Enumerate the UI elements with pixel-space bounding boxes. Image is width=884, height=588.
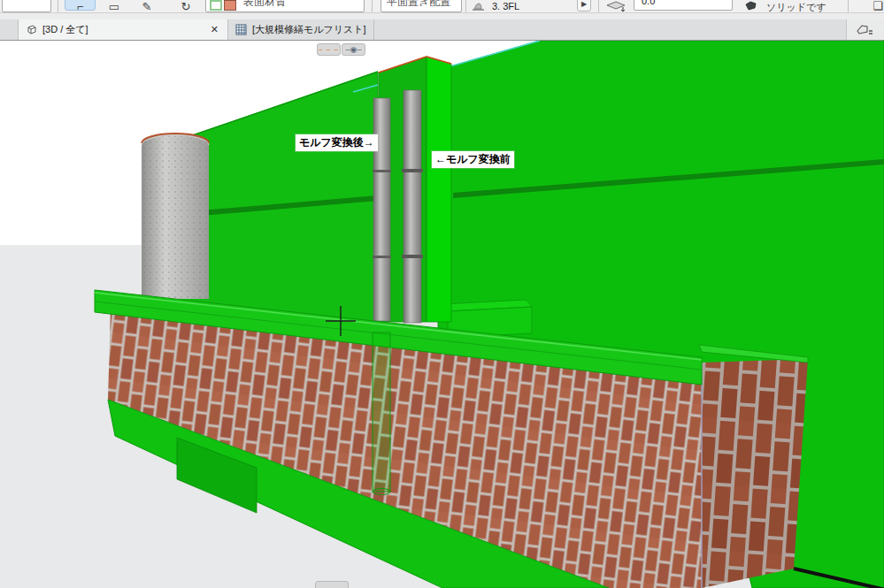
surface-swatch[interactable] xyxy=(224,0,236,11)
info-box-toolbar: ⌐ ▭ ✎ ↻ 表面材質 平面置き配置 3. 3FL xyxy=(0,0,884,13)
tab-close-button[interactable]: ✕ xyxy=(209,24,220,35)
trace-visibility-button[interactable]: –◉– xyxy=(342,43,365,56)
pillar-hidden-outline xyxy=(373,332,390,495)
schedule-grid-icon xyxy=(235,24,247,35)
tool-combo-field[interactable] xyxy=(2,0,51,12)
eye-icon: –◉– xyxy=(346,46,362,53)
elevation-value: 0.0 xyxy=(642,0,655,6)
annotation-after: モルフ変換後→ xyxy=(296,134,378,151)
pillar-before[interactable] xyxy=(402,90,423,323)
polyline-icon: ⌐ xyxy=(77,0,84,13)
trace-dashed-button[interactable]: – – – xyxy=(317,43,341,56)
view-tab-bar: [3D / 全て] ✕ [大規模修繕モルフリスト] xyxy=(0,19,884,41)
tab-label: [大規模修繕モルフリスト] xyxy=(252,23,366,36)
tab-morph-list[interactable]: [大規模修繕モルフリスト] xyxy=(228,19,374,40)
revolve-method-button[interactable]: ↻ xyxy=(173,0,198,11)
archicad-window: ⌐ ▭ ✎ ↻ 表面材質 平面置き配置 3. 3FL xyxy=(0,0,884,588)
pencil-icon: ✎ xyxy=(142,0,152,13)
story-icon xyxy=(471,1,486,11)
story-dropdown-button[interactable]: ▶ xyxy=(577,0,591,11)
3d-cube-icon xyxy=(26,24,37,35)
concrete-column[interactable] xyxy=(142,134,209,299)
3d-viewport[interactable]: – – – –◉– モルフ変換後→ ←モルフ変換前 xyxy=(0,41,884,588)
pen-swatch[interactable] xyxy=(210,0,222,11)
solid-status-label: ソリッドです xyxy=(766,1,826,13)
toolbar-separator xyxy=(58,0,58,12)
surface-material-field[interactable]: 表面材質 xyxy=(205,0,365,12)
tabbar-right-tools xyxy=(846,19,884,40)
elevation-input[interactable]: 0.0 xyxy=(634,0,733,11)
3d-scene[interactable] xyxy=(0,41,884,588)
toolbar-separator xyxy=(372,0,373,12)
story-value: 3. 3FL xyxy=(492,1,519,11)
orbit-icon: ↻ xyxy=(181,0,191,13)
dashed-line-icon: – – – xyxy=(319,46,339,53)
toolbar-separator xyxy=(598,0,599,12)
solid-body-icon xyxy=(744,0,757,11)
annotation-before: ←モルフ変換前 xyxy=(432,151,514,168)
elevation-icon xyxy=(605,0,626,12)
tab-3d-all[interactable]: [3D / 全て] ✕ xyxy=(18,19,228,40)
toolbar-separator xyxy=(465,0,466,12)
home-story-field[interactable]: 3. 3FL xyxy=(471,0,595,13)
pillar-after[interactable] xyxy=(373,98,391,321)
tab-overview-icon[interactable] xyxy=(856,23,875,36)
toolbar-separator xyxy=(848,0,849,12)
cut-icon: ❏ xyxy=(872,0,883,12)
freehand-method-button[interactable]: ✎ xyxy=(135,0,159,11)
surface-material-label: 表面材質 xyxy=(243,0,358,6)
rectangle-method-button[interactable]: ▭ xyxy=(104,0,124,11)
next-group-button[interactable]: ❏ xyxy=(869,0,884,11)
chevron-right-icon: ▶ xyxy=(581,0,587,8)
placement-label: 平面置き配置 xyxy=(387,0,459,6)
rectangle-icon: ▭ xyxy=(109,0,119,13)
bottom-floating-button[interactable] xyxy=(315,581,349,588)
geometry-method-toggle[interactable]: ⌐ xyxy=(65,0,96,11)
tab-label: [3D / 全て] xyxy=(42,23,88,36)
placement-field[interactable]: 平面置き配置 xyxy=(381,0,462,12)
